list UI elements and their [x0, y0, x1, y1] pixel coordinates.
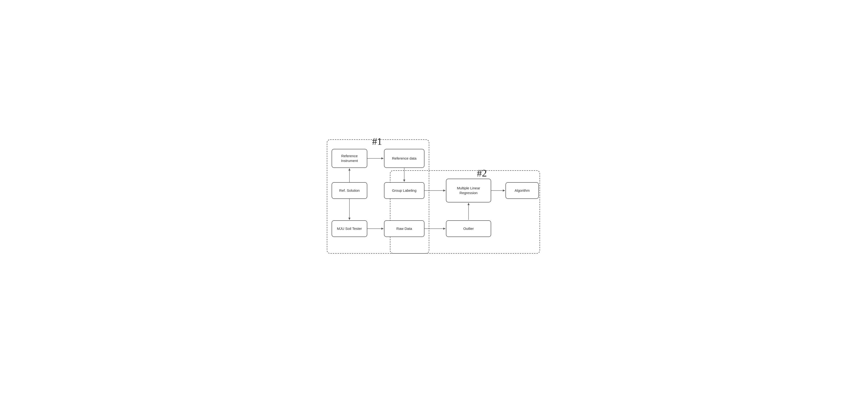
box-group-labeling: Group Labeling: [384, 182, 425, 199]
box-ref-data: Reference data: [384, 149, 425, 168]
region-1-label: #1: [372, 136, 382, 147]
box-ref-instrument: ReferenceInstrument: [332, 149, 367, 168]
box-algorithm: Algorithm: [505, 182, 539, 199]
box-ref-solution: Ref. Solution: [332, 182, 367, 199]
box-multiple-linear-regression: Multiple LinearRegression: [446, 179, 491, 203]
region-2-label: #2: [477, 168, 487, 179]
box-outlier: Outlier: [446, 220, 491, 237]
box-mju-soil-tester: MJU Soil Tester: [332, 220, 367, 237]
box-raw-data: Raw Data: [384, 220, 425, 237]
diagram-container: #1 #2 ReferenceInstrument Reference data…: [324, 134, 544, 259]
